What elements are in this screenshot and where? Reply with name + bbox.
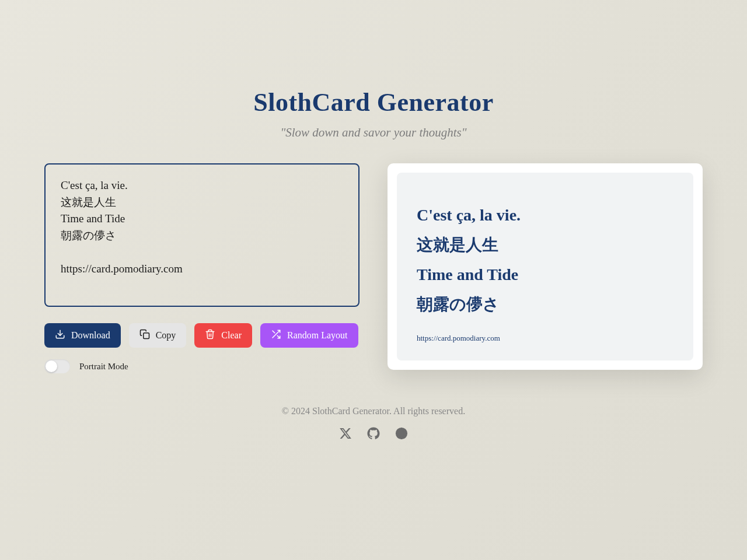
page-subtitle: "Slow down and savor your thoughts" — [44, 125, 703, 140]
card-line: 这就是人生 — [417, 230, 673, 260]
svg-line-4 — [273, 331, 275, 333]
clear-label: Clear — [221, 330, 242, 341]
page-header: SlothCard Generator "Slow down and savor… — [44, 0, 703, 163]
card-preview: C'est ça, la vie. 这就是人生 Time and Tide 朝露… — [388, 163, 703, 370]
card-line: Time and Tide — [417, 260, 673, 290]
clear-button[interactable]: Clear — [194, 323, 252, 348]
card-line: 朝露の儚さ — [417, 290, 673, 320]
copyright-text: © 2024 SlothCard Generator. All rights r… — [44, 406, 703, 416]
content-textarea[interactable] — [44, 163, 359, 307]
page-title: SlothCard Generator — [44, 88, 703, 117]
copy-button[interactable]: Copy — [129, 323, 187, 348]
toggle-knob — [46, 360, 57, 372]
svg-rect-1 — [143, 333, 149, 339]
download-icon — [55, 329, 65, 342]
card-preview-inner: C'est ça, la vie. 这就是人生 Time and Tide 朝露… — [397, 173, 693, 360]
github-icon[interactable] — [367, 427, 380, 442]
page-footer: © 2024 SlothCard Generator. All rights r… — [44, 406, 703, 442]
portrait-mode-label: Portrait Mode — [79, 362, 128, 372]
download-label: Download — [71, 330, 110, 341]
trash-icon — [205, 329, 215, 342]
download-button[interactable]: Download — [44, 323, 121, 348]
globe-icon[interactable] — [395, 427, 408, 442]
shuffle-icon — [271, 329, 281, 342]
copy-icon — [139, 329, 150, 342]
card-url: https://card.pomodiary.com — [417, 334, 673, 343]
random-layout-label: Random Layout — [287, 330, 348, 341]
random-layout-button[interactable]: Random Layout — [260, 323, 358, 348]
x-icon[interactable] — [339, 427, 352, 442]
card-line: C'est ça, la vie. — [417, 201, 673, 230]
copy-label: Copy — [156, 330, 176, 341]
portrait-mode-toggle[interactable] — [44, 359, 70, 373]
